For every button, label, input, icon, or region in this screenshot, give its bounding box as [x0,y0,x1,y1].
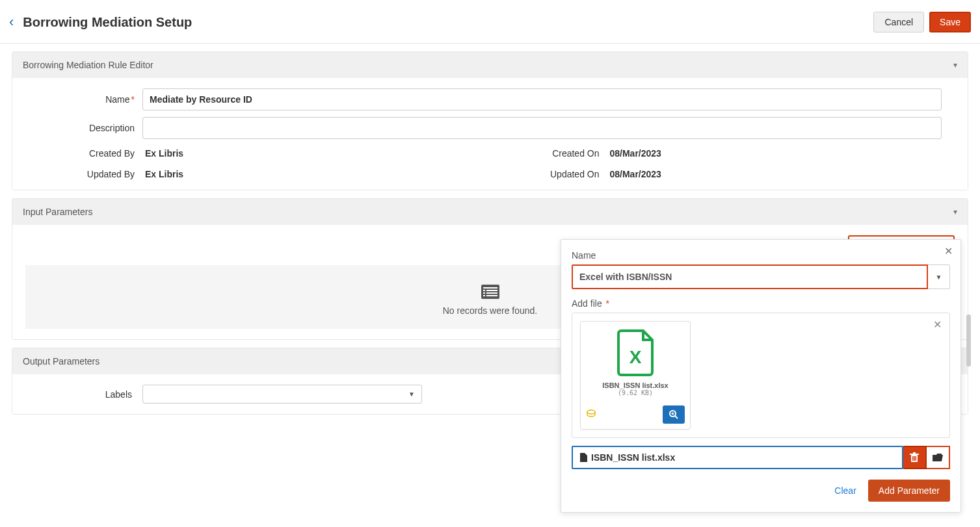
save-button[interactable]: Save [929,12,971,32]
cancel-button[interactable]: Cancel [873,12,924,32]
file-drop-zone[interactable]: ✕ X ISBN_ISSN list.xlsx (9.62 KB) [572,313,950,430]
updated-by-value: Ex Libris [142,169,490,179]
remove-file-icon[interactable]: ✕ [933,318,942,331]
rule-editor-panel: Borrowing Mediation Rule Editor ▾ Name* … [12,51,968,190]
input-parameters-panel-header[interactable]: Input Parameters ▾ [12,199,968,225]
chevron-down-icon: ▾ [953,60,957,70]
zoom-button[interactable] [663,405,685,424]
name-label: Name* [25,94,142,105]
list-icon [481,285,499,299]
svg-rect-3 [486,290,497,291]
page-title: Borrowing Mediation Setup [23,15,873,30]
svg-line-11 [675,416,678,418]
parameter-name-select[interactable]: Excel with ISBN/ISSN [572,264,928,289]
rule-editor-panel-header[interactable]: Borrowing Mediation Rule Editor ▾ [12,52,968,78]
created-on-label: Created On [490,148,607,159]
created-on-value: 08/Mar/2023 [607,148,955,159]
coin-icon [586,409,596,421]
back-chevron-icon[interactable]: ‹ [9,14,14,31]
scrollbar-thumb[interactable] [966,315,971,366]
zoom-in-icon [669,409,679,420]
excel-file-icon: X [615,329,656,376]
svg-point-9 [587,410,595,414]
svg-rect-5 [486,292,497,294]
svg-rect-4 [483,292,485,294]
input-parameters-panel-title: Input Parameters [23,207,92,217]
caret-down-icon: ▼ [408,391,415,398]
file-tile: X ISBN_ISSN list.xlsx (9.62 KB) [580,321,691,430]
updated-on-label: Updated On [490,169,607,179]
name-input[interactable] [142,88,942,110]
updated-by-label: Updated By [25,169,142,179]
rule-editor-panel-title: Borrowing Mediation Rule Editor [23,60,153,70]
svg-rect-0 [481,285,499,299]
updated-on-value: 08/Mar/2023 [607,169,955,179]
svg-text:X: X [629,347,642,367]
add-file-label: Add file * [572,298,950,309]
page-header: ‹ Borrowing Mediation Setup Cancel Save [0,0,980,44]
chevron-down-icon: ▾ [953,207,957,216]
description-label: Description [25,123,142,133]
add-parameter-popover: ✕ Name Excel with ISBN/ISSN ▼ Add file *… [561,239,961,430]
created-by-value: Ex Libris [142,148,490,159]
svg-rect-6 [483,295,485,296]
popover-name-label: Name [572,250,950,261]
labels-select[interactable]: ▼ [142,385,422,404]
output-parameters-panel-title: Output Parameters [23,356,99,366]
file-tile-size: (9.62 KB) [581,389,690,396]
parameter-name-caret[interactable]: ▼ [928,264,950,289]
parameter-name-value: Excel with ISBN/ISSN [579,272,672,282]
svg-rect-1 [483,287,497,289]
labels-label: Labels [25,389,142,400]
file-tile-name: ISBN_ISSN list.xlsx [581,381,690,389]
rule-editor-panel-body: Name* Description Created By Ex Libris C… [12,78,968,190]
svg-rect-2 [483,290,485,291]
close-icon[interactable]: ✕ [944,245,953,257]
svg-rect-7 [486,295,497,296]
created-by-label: Created By [25,148,142,159]
caret-down-icon: ▼ [936,274,942,281]
description-input[interactable] [142,117,942,139]
